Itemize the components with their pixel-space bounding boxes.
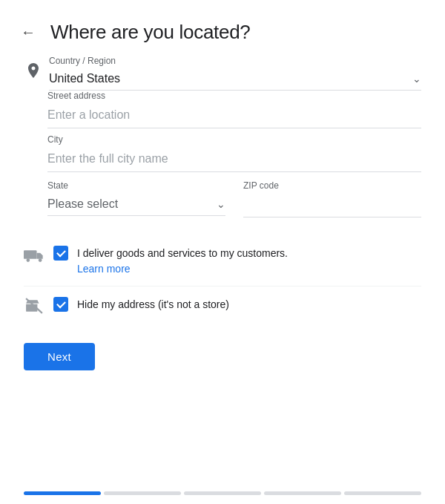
state-field: State Please select ⌄ [47,178,225,217]
deliver-checkbox[interactable] [53,246,68,261]
truck-icon [24,244,44,265]
page: ← Where are you located? Country / Regio… [0,0,445,504]
state-dropdown[interactable]: Please select ⌄ [47,192,225,216]
svg-rect-0 [24,250,37,259]
hide-address-checkbox[interactable] [53,297,68,312]
store-crossed-icon [24,295,44,316]
progress-segment-2 [184,491,261,495]
country-select-wrapper: Country / Region United States ⌄ [49,56,421,91]
street-input[interactable] [47,102,421,128]
back-button[interactable]: ← [18,21,39,44]
progress-bar [0,474,445,504]
state-zip-row: State Please select ⌄ ZIP code [47,178,421,217]
zip-label: ZIP code [243,180,279,191]
next-section: Next [0,325,445,370]
deliver-checkbox-row: I deliver goods and services to my custo… [24,235,421,287]
street-address-field: Street address [47,91,421,128]
country-region-field: Country / Region United States ⌄ [47,56,421,91]
header: ← Where are you located? [0,0,445,56]
zip-field: ZIP code [243,178,421,217]
hide-address-checkbox-row: Hide my address (it's not a store) [24,287,421,325]
progress-segment-0 [24,491,101,495]
hide-address-text: Hide my address (it's not a store) [77,295,421,312]
chevron-down-icon: ⌄ [412,73,421,85]
progress-segment-3 [264,491,341,495]
checkboxes-section: I deliver goods and services to my custo… [0,223,445,325]
zip-input[interactable] [243,192,421,217]
city-label: City [47,134,421,145]
country-value: United States [49,72,409,85]
location-pin-icon [27,63,40,83]
state-chevron-icon: ⌄ [217,198,225,210]
state-label: State [47,180,68,191]
svg-point-1 [27,258,30,262]
learn-more-link[interactable]: Learn more [77,261,421,277]
svg-point-2 [39,258,42,262]
progress-segment-1 [104,491,181,495]
city-input[interactable] [47,146,421,172]
deliver-text: I deliver goods and services to my custo… [77,244,421,277]
state-placeholder: Please select [47,197,214,211]
country-dropdown[interactable]: United States ⌄ [49,68,421,91]
form-section: Country / Region United States ⌄ Street … [0,56,445,223]
city-field: City [47,134,421,172]
country-label: Country / Region [49,56,421,66]
street-label: Street address [47,91,421,101]
next-button[interactable]: Next [24,343,95,370]
progress-segment-4 [344,491,421,495]
page-title: Where are you located? [50,21,250,44]
